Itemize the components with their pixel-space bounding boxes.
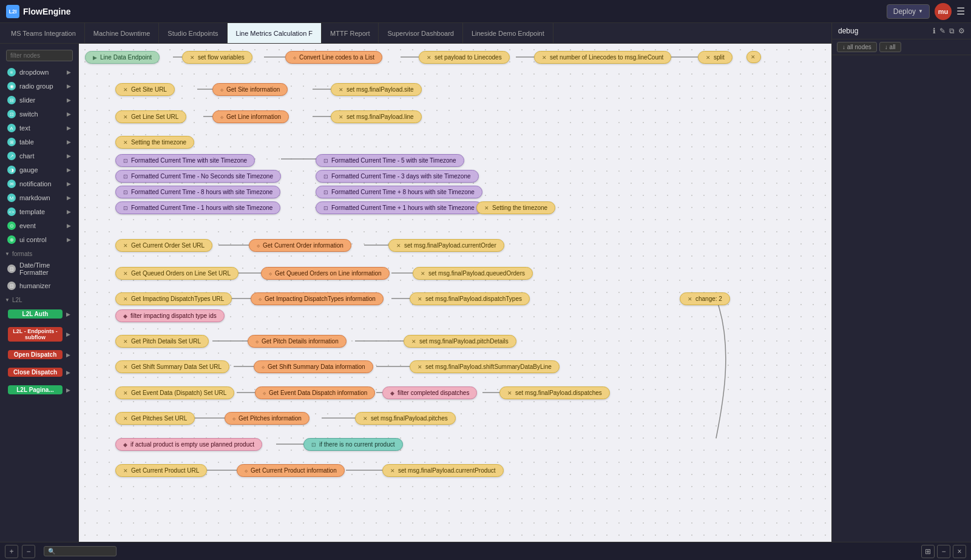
node-formatted-time-minus8h[interactable]: ⊡Formatted Current Time - 8 hours with s… <box>115 186 280 198</box>
hamburger-icon[interactable]: ☰ <box>956 5 965 17</box>
tab-supervisor-dashboard[interactable]: Supervisor Dashboard <box>379 23 462 43</box>
node-formatted-time-plus1h[interactable]: ⊡Formatted Current Time + 1 hours with s… <box>316 201 482 214</box>
filter-input[interactable] <box>6 50 73 61</box>
node-get-dispatch-types-url[interactable]: ✕Get Impacting DispatchTypes URL <box>115 292 232 305</box>
sidebar-item-switch[interactable]: ⊡ switch ▶ <box>2 107 76 121</box>
sidebar-item-radio[interactable]: ◉ radio group ▶ <box>2 79 76 93</box>
sidebar-item-template[interactable]: <> template ▶ <box>2 205 76 218</box>
node-set-linecodes-count[interactable]: ✕set number of Linecodes to msg.lineCoun… <box>534 51 671 64</box>
minimize-button[interactable]: − <box>937 545 950 558</box>
notification-icon: ✉ <box>7 180 16 188</box>
canvas[interactable]: ▶Line Data Endpoint ✕set flow variables … <box>79 44 831 542</box>
node-set-current-product[interactable]: ✕set msg.finalPayload.currentProduct <box>382 464 504 477</box>
tab-lineside-demo[interactable]: Lineside Demo Endpoint <box>463 23 553 43</box>
formats-section[interactable]: ▼ formats <box>0 247 78 258</box>
node-setting-timezone-end[interactable]: ✕Setting the timezone <box>476 201 555 214</box>
node-formatted-time-minus5[interactable]: ⊡Formatted Current Time - 5 with site Ti… <box>316 154 464 167</box>
node-set-payload-linecodes[interactable]: ✕set payload to Linecodes <box>419 51 510 64</box>
sidebar-item-dropdown[interactable]: ≡ dropdown ▶ <box>2 66 76 79</box>
node-get-queued-orders-url[interactable]: ✕Get Queued Orders on Line Set URL <box>115 267 239 280</box>
node-set-flow-variables[interactable]: ✕set flow variables <box>182 51 252 64</box>
l2l-auth-item[interactable]: L2L Auth ▶ <box>2 306 76 322</box>
node-get-current-order-info[interactable]: ⟐Get Current Order information <box>249 239 351 252</box>
node-formatted-time-nosec[interactable]: ⊡Formatted Current Time - No Seconds sit… <box>115 170 281 183</box>
close-dispatch-item[interactable]: Close Dispatch ▶ <box>2 364 76 380</box>
node-get-queued-orders-info[interactable]: ⟐Get Queued Orders on Line information <box>261 267 390 280</box>
node-set-queued-orders[interactable]: ✕set msg.finalPayload.queuedOrders <box>413 267 533 280</box>
user-avatar[interactable]: mu <box>935 3 952 20</box>
node-formatted-time-plus8h[interactable]: ⊡Formatted Current Time + 8 hours with s… <box>316 186 482 198</box>
sidebar-item-humanizer[interactable]: ⊡ humanizer <box>2 279 76 292</box>
node-set-dispatch-types[interactable]: ✕set msg.finalPayload.dispatchTypes <box>410 292 530 305</box>
sidebar-item-gauge[interactable]: ◑ gauge ▶ <box>2 163 76 177</box>
node-filter-dispatch-ids[interactable]: ◆filter impacting dispatch type ids <box>115 309 225 322</box>
node-set-line[interactable]: ✕set msg.finalPayload.line <box>331 110 422 123</box>
node-no-current-product[interactable]: ⊡if there is no current product <box>303 438 403 451</box>
node-get-site-url[interactable]: ✕Get Site URL <box>115 83 175 96</box>
tab-studio-endpoints[interactable]: Studio Endpoints <box>159 23 227 43</box>
tab-ms-teams[interactable]: MS Teams Integration <box>2 23 85 43</box>
node-change2[interactable]: ✕change: 2 <box>680 292 730 305</box>
node-split[interactable]: ✕split <box>698 51 732 64</box>
node-get-pitches-info[interactable]: ⟐Get Pitches information <box>225 412 310 425</box>
open-dispatch-item[interactable]: Open Dispatch ▶ <box>2 346 76 363</box>
node-formatted-time-minus1h[interactable]: ⊡Formatted Current Time - 1 hours with s… <box>115 201 280 214</box>
sidebar-item-notification[interactable]: ✉ notification ▶ <box>2 177 76 191</box>
l2l-pagina-item[interactable]: L2L Pagina... ▶ <box>2 382 76 398</box>
settings-icon[interactable]: ⚙ <box>958 27 965 35</box>
node-set-pitches[interactable]: ✕set msg.finalPayload.pitches <box>355 412 456 425</box>
sidebar-item-ui-control[interactable]: ⊕ ui control ▶ <box>2 233 76 246</box>
node-get-pitch-details-url[interactable]: ✕Get Pitch Details Set URL <box>115 335 209 348</box>
fit-view-button[interactable]: ⊞ <box>921 545 935 558</box>
node-get-shift-summary-url[interactable]: ✕Get Shift Summary Data Set URL <box>115 360 229 373</box>
node-get-site-info[interactable]: ⟐Get Site information <box>212 83 288 96</box>
node-get-current-order-url[interactable]: ✕Get Current Order Set URL <box>115 239 212 252</box>
node-get-pitch-details-info[interactable]: ⟐Get Pitch Details information <box>248 335 347 348</box>
node-formatted-time-minus3days[interactable]: ⊡Formatted Current Time - 3 days with si… <box>316 170 479 183</box>
tab-machine-downtime[interactable]: Machine Downtime <box>85 23 160 43</box>
node-get-line-info[interactable]: ⟐Get Line information <box>212 110 289 123</box>
sidebar-item-datetime[interactable]: ⊡ Date/Time Formatter <box>2 259 76 278</box>
filter-all-nodes-btn[interactable]: ↓ all nodes <box>837 42 877 52</box>
filter-all-btn[interactable]: ↓ all <box>879 42 901 52</box>
node-set-pitch-details[interactable]: ✕set msg.finalPayload.pitchDetails <box>404 335 516 348</box>
node-convert-line-codes[interactable]: ⟐Convert Line codes to a List <box>285 51 382 64</box>
deploy-button[interactable]: Deploy ▼ <box>887 4 930 19</box>
node-formatted-time-current[interactable]: ⊡Formatted Current Time with site Timezo… <box>115 154 255 167</box>
edit-icon[interactable]: ✎ <box>939 27 946 35</box>
node-get-event-data-info[interactable]: ⟐Get Event Data Dispatch information <box>255 386 375 399</box>
tab-mttf-report[interactable]: MTTF Report <box>322 23 379 43</box>
node-set-site[interactable]: ✕set msg.finalPayload.site <box>331 83 422 96</box>
node-line-data-endpoint[interactable]: ▶Line Data Endpoint <box>85 51 160 64</box>
close-button[interactable]: × <box>953 545 966 558</box>
node-set-current-order[interactable]: ✕set msg.finalPayload.currentOrder <box>388 239 504 252</box>
copy-icon[interactable]: ⧉ <box>949 27 955 35</box>
node-get-current-product-url[interactable]: ✕Get Current Product URL <box>115 464 207 477</box>
node-end-row0[interactable]: ✕ <box>746 51 761 63</box>
node-actual-product-empty[interactable]: ◆if actual product is empty use planned … <box>115 438 262 451</box>
node-set-dispatches[interactable]: ✕set msg.finalPayload.dispatches <box>499 386 610 399</box>
sidebar-item-chart[interactable]: ↗ chart ▶ <box>2 149 76 163</box>
l2l-section[interactable]: ▼ L2L <box>0 293 78 305</box>
node-get-event-data-url[interactable]: ✕Get Event Data (Dispatch) Set URL <box>115 386 234 399</box>
info-icon[interactable]: ℹ <box>933 27 936 35</box>
sidebar-item-event[interactable]: ⊙ event ▶ <box>2 219 76 232</box>
sidebar-item-markdown[interactable]: M markdown ▶ <box>2 191 76 204</box>
node-get-current-product-info[interactable]: ⟐Get Current Product information <box>237 464 345 477</box>
node-set-shift-summary[interactable]: ✕set msg.finalPayload.shiftSummaryDataBy… <box>410 360 560 373</box>
node-get-pitches-url[interactable]: ✕Get Pitches Set URL <box>115 412 195 425</box>
node-get-shift-summary-info[interactable]: ⟐Get Shift Summary Data information <box>254 360 373 373</box>
node-setting-timezone-header[interactable]: ✕Setting the timezone <box>115 136 194 149</box>
tab-line-metrics[interactable]: Line Metrics Calculation F <box>228 23 322 43</box>
sidebar-item-table[interactable]: ⊞ table ▶ <box>2 135 76 149</box>
zoom-in-button[interactable]: + <box>5 545 18 558</box>
l2l-endpoints-item[interactable]: L2L - Endpoints - subflow ▶ <box>2 323 76 345</box>
zoom-out-button[interactable]: − <box>22 545 35 558</box>
radio-icon: ◉ <box>7 82 16 90</box>
sidebar-item-text[interactable]: A text ▶ <box>2 121 76 135</box>
node-get-dispatch-types-info[interactable]: ⟐Get Impacting DispatchTypes information <box>251 292 384 305</box>
node-get-line-url[interactable]: ✕Get Line Set URL <box>115 110 186 123</box>
search-bottom-input[interactable] <box>44 546 117 556</box>
node-filter-completed-dispatches[interactable]: ◆filter completed dispatches <box>382 386 477 399</box>
sidebar-item-slider[interactable]: ⊟ slider ▶ <box>2 93 76 107</box>
